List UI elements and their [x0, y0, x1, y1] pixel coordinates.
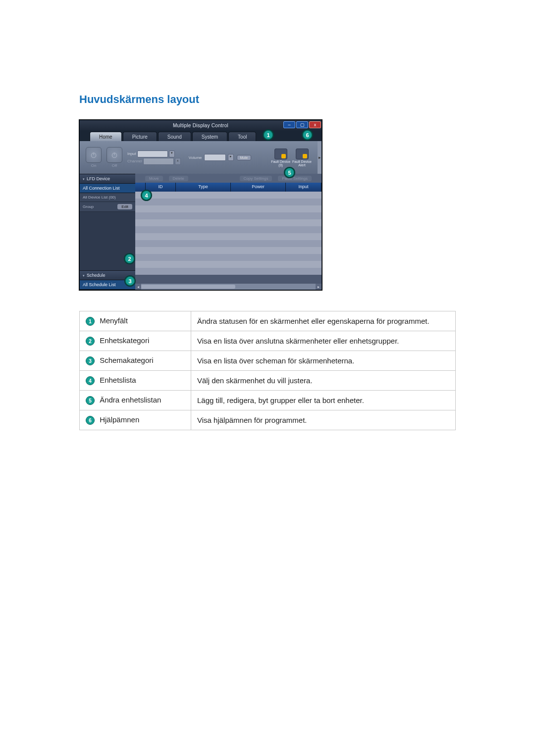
legend-badge: 4: [86, 376, 95, 385]
callout-3: 3: [124, 275, 136, 287]
legend-row: 6 Hjälpämnen Visa hjälpämnen för program…: [80, 410, 456, 430]
fault-device-label-2: (0): [271, 163, 290, 167]
sidebar-all-dev[interactable]: All Device List (00): [83, 195, 116, 200]
page-title: Huvudskärmens layout: [79, 93, 456, 106]
channel-label: Channel: [127, 159, 142, 163]
titlebar: Multiple Display Control – ▢ x: [80, 120, 321, 130]
col-power[interactable]: Power: [231, 183, 286, 192]
fault-alert-label-1: Fault Device: [292, 160, 312, 163]
legend-row: 2 Enhetskategori Visa en lista över ansl…: [80, 331, 456, 351]
tab-picture[interactable]: Picture: [123, 132, 157, 141]
input-select[interactable]: [137, 151, 168, 157]
legend-desc: Visa hjälpämnen för programmet.: [191, 410, 456, 430]
channel-spinner: ▴: [175, 158, 181, 165]
minimize-button[interactable]: –: [283, 121, 295, 128]
window-title: Multiple Display Control: [173, 123, 228, 128]
close-button[interactable]: x: [309, 121, 321, 128]
channel-field: [143, 158, 174, 165]
tb-copy[interactable]: Copy Settings: [240, 176, 272, 181]
legend-desc: Visa en lista över scheman för skärmenhe…: [191, 351, 456, 371]
fault-device-label-1: Fault Device: [271, 160, 290, 163]
callout-6: 6: [302, 129, 313, 141]
tb-delete[interactable]: Delete: [169, 176, 188, 181]
legend-row: 3 Schemakategori Visa en lista över sche…: [80, 351, 456, 371]
fault-device-icon[interactable]: [274, 149, 287, 159]
callout-5: 5: [284, 167, 295, 178]
legend-desc: Visa en lista över anslutna skärmenheter…: [191, 331, 456, 351]
volume-spinner[interactable]: ▸: [228, 154, 234, 161]
callout-1: 1: [263, 129, 274, 141]
col-input[interactable]: Input: [286, 183, 321, 192]
power-on-label: On: [91, 163, 97, 168]
legend-desc: Ändra statusen för en skärmenhet eller e…: [191, 311, 456, 331]
power-off-label: Off: [112, 163, 117, 168]
volume-label: Volume: [189, 155, 202, 160]
legend-name: Menyfält: [100, 316, 128, 325]
legend-table: 1 Menyfält Ändra statusen för en skärmen…: [79, 311, 456, 430]
legend-name: Enhetslista: [100, 376, 136, 384]
col-type[interactable]: Type: [176, 183, 231, 192]
input-dropdown-icon[interactable]: ▾: [169, 151, 175, 157]
mute-button[interactable]: Mute: [237, 155, 252, 160]
fault-alert-label-2: Alert: [292, 163, 312, 167]
device-list-area[interactable]: [135, 192, 321, 284]
legend-name: Schemakategori: [100, 356, 153, 364]
legend-desc: Välj den skärmenhet du vill justera.: [191, 371, 456, 391]
legend-name: Hjälpämnen: [100, 415, 139, 424]
col-id[interactable]: ID: [146, 183, 176, 192]
tb-move[interactable]: Move: [145, 176, 163, 181]
tab-tool[interactable]: Tool: [228, 132, 256, 141]
tab-home[interactable]: Home: [90, 132, 122, 141]
sidebar-lfd-header[interactable]: LFD Device: [80, 174, 135, 184]
legend-badge: 5: [86, 396, 95, 405]
legend-name: Enhetskategori: [100, 336, 149, 345]
power-off-icon[interactable]: [107, 147, 122, 163]
legend-badge: 3: [86, 356, 95, 365]
legend-badge: 1: [86, 317, 95, 326]
maximize-button[interactable]: ▢: [296, 121, 308, 128]
volume-field[interactable]: [204, 154, 226, 161]
scroll-right-icon[interactable]: ▸: [316, 284, 321, 290]
scroll-left-icon[interactable]: ◂: [135, 284, 141, 290]
legend-row: 1 Menyfält Ändra statusen för en skärmen…: [80, 311, 456, 331]
ribbon-next-icon[interactable]: ▸: [318, 141, 321, 174]
tb-paste[interactable]: Paste Settings: [278, 176, 312, 181]
legend-badge: 6: [86, 416, 95, 425]
legend-badge: 2: [86, 337, 95, 346]
hscrollbar[interactable]: ◂ ▸: [135, 284, 321, 290]
callout-2: 2: [124, 253, 135, 264]
callout-4: 4: [141, 190, 152, 201]
legend-name: Ändra enhetslistan: [100, 396, 161, 404]
power-on-icon[interactable]: [86, 147, 102, 163]
tab-sound[interactable]: Sound: [158, 132, 191, 141]
input-label: Input: [127, 151, 136, 156]
legend-desc: Lägg till, redigera, byt grupper eller t…: [191, 391, 456, 410]
tab-system[interactable]: System: [192, 132, 227, 141]
fault-alert-icon[interactable]: [296, 149, 309, 159]
sidebar-all-conn[interactable]: All Connection List: [80, 184, 135, 193]
sidebar-group-label: Group: [83, 204, 94, 209]
legend-row: 5 Ändra enhetslistan Lägg till, redigera…: [80, 391, 456, 410]
sidebar-edit-button[interactable]: Edit: [117, 204, 132, 209]
legend-row: 4 Enhetslista Välj den skärmenhet du vil…: [80, 371, 456, 391]
screenshot: Multiple Display Control – ▢ x Home Pict…: [79, 120, 321, 290]
